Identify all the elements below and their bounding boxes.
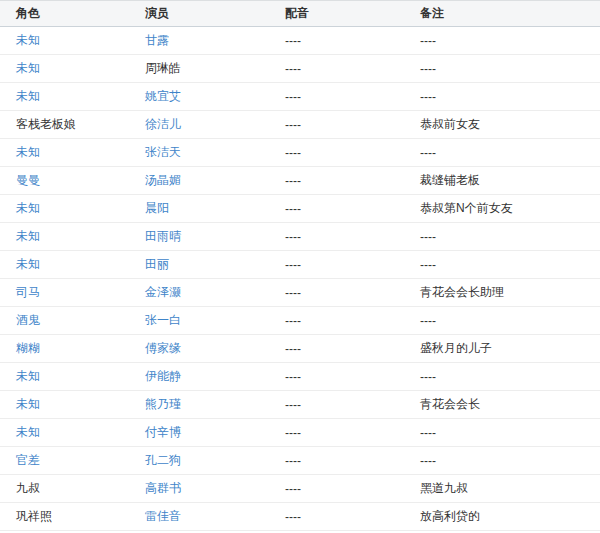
note-cell: ----	[404, 55, 600, 83]
role-link[interactable]: 未知	[16, 257, 40, 271]
dub-cell: ----	[269, 111, 404, 139]
role-cell: 未知	[0, 55, 129, 83]
actor-link[interactable]: 张一白	[145, 313, 181, 327]
role-cell: 官差	[0, 447, 129, 475]
role-link[interactable]: 未知	[16, 145, 40, 159]
role-cell: 未知	[0, 251, 129, 279]
actor-link[interactable]: 田丽	[145, 257, 169, 271]
actor-link[interactable]: 付辛博	[145, 425, 181, 439]
actor-cell: 傅家缘	[129, 335, 269, 363]
dub-text: ----	[285, 314, 301, 328]
actor-link[interactable]: 田雨晴	[145, 229, 181, 243]
table-row: 酒鬼张一白--------	[0, 307, 600, 335]
actor-link[interactable]: 伊能静	[145, 369, 181, 383]
role-link[interactable]: 官差	[16, 453, 40, 467]
column-header-dub: 配音	[269, 1, 404, 27]
actor-link[interactable]: 孔二狗	[145, 453, 181, 467]
dub-text: ----	[285, 118, 301, 132]
role-cell: 曼曼	[0, 167, 129, 195]
column-header-role: 角色	[0, 1, 129, 27]
note-text: ----	[420, 62, 436, 76]
dub-text: ----	[285, 258, 301, 272]
dub-text: ----	[285, 90, 301, 104]
table-row: 未知田雨晴--------	[0, 223, 600, 251]
dub-text: ----	[285, 510, 301, 524]
actor-link[interactable]: 熊乃瑾	[145, 397, 181, 411]
role-link[interactable]: 未知	[16, 89, 40, 103]
table-row: 未知田丽--------	[0, 251, 600, 279]
actor-link[interactable]: 徐洁儿	[145, 117, 181, 131]
note-text: ----	[420, 258, 436, 272]
actor-cell: 熊乃瑾	[129, 391, 269, 419]
dub-cell: ----	[269, 251, 404, 279]
actor-link[interactable]: 雷佳音	[145, 509, 181, 523]
actor-cell: 付辛博	[129, 419, 269, 447]
dub-cell: ----	[269, 27, 404, 55]
role-cell: 未知	[0, 83, 129, 111]
note-cell: ----	[404, 363, 600, 391]
note-cell: ----	[404, 83, 600, 111]
dub-cell: ----	[269, 363, 404, 391]
actor-cell: 张洁天	[129, 139, 269, 167]
dub-text: ----	[285, 426, 301, 440]
role-link[interactable]: 糊糊	[16, 341, 40, 355]
table-row: 官差孔二狗--------	[0, 447, 600, 475]
actor-cell: 甘露	[129, 27, 269, 55]
note-text: ----	[420, 34, 436, 48]
dub-text: ----	[285, 482, 301, 496]
actor-link[interactable]: 张洁天	[145, 145, 181, 159]
role-link[interactable]: 未知	[16, 33, 40, 47]
note-text: ----	[420, 454, 436, 468]
dub-cell: ----	[269, 55, 404, 83]
role-cell: 未知	[0, 363, 129, 391]
note-cell: 恭叔第N个前女友	[404, 195, 600, 223]
role-link[interactable]: 未知	[16, 61, 40, 75]
table-row: 未知张洁天--------	[0, 139, 600, 167]
actor-cell: 汤晶媚	[129, 167, 269, 195]
actor-link[interactable]: 金泽灏	[145, 285, 181, 299]
role-link[interactable]: 未知	[16, 397, 40, 411]
actor-link[interactable]: 晨阳	[145, 201, 169, 215]
actor-text: 周琳皓	[145, 61, 181, 75]
dub-text: ----	[285, 370, 301, 384]
actor-link[interactable]: 汤晶媚	[145, 173, 181, 187]
note-cell: 青花会会长	[404, 391, 600, 419]
dub-cell: ----	[269, 391, 404, 419]
dub-cell: ----	[269, 167, 404, 195]
note-text: ----	[420, 90, 436, 104]
note-cell: 青花会会长助理	[404, 279, 600, 307]
cast-table: 角色演员配音备注 未知甘露--------未知周琳皓--------未知姚宜艾-…	[0, 0, 600, 531]
dub-cell: ----	[269, 447, 404, 475]
role-link[interactable]: 酒鬼	[16, 313, 40, 327]
dub-text: ----	[285, 398, 301, 412]
actor-link[interactable]: 傅家缘	[145, 341, 181, 355]
table-row: 未知伊能静--------	[0, 363, 600, 391]
role-text: 巩祥照	[16, 509, 52, 523]
role-cell: 九叔	[0, 475, 129, 503]
role-link[interactable]: 司马	[16, 285, 40, 299]
actor-link[interactable]: 高群书	[145, 481, 181, 495]
table-row: 未知晨阳----恭叔第N个前女友	[0, 195, 600, 223]
role-link[interactable]: 未知	[16, 229, 40, 243]
table-row: 司马金泽灏----青花会会长助理	[0, 279, 600, 307]
note-cell: ----	[404, 447, 600, 475]
table-row: 九叔高群书----黑道九叔	[0, 475, 600, 503]
role-link[interactable]: 未知	[16, 369, 40, 383]
actor-link[interactable]: 甘露	[145, 33, 169, 47]
table-row: 客栈老板娘徐洁儿----恭叔前女友	[0, 111, 600, 139]
role-cell: 未知	[0, 391, 129, 419]
note-text: ----	[420, 426, 436, 440]
note-text: 恭叔前女友	[420, 117, 480, 131]
note-cell: ----	[404, 27, 600, 55]
dub-text: ----	[285, 174, 301, 188]
role-link[interactable]: 曼曼	[16, 173, 40, 187]
actor-link[interactable]: 姚宜艾	[145, 89, 181, 103]
role-cell: 未知	[0, 419, 129, 447]
column-header-actor: 演员	[129, 1, 269, 27]
role-link[interactable]: 未知	[16, 201, 40, 215]
role-cell: 司马	[0, 279, 129, 307]
role-link[interactable]: 未知	[16, 425, 40, 439]
actor-cell: 田丽	[129, 251, 269, 279]
role-cell: 未知	[0, 139, 129, 167]
actor-cell: 雷佳音	[129, 503, 269, 531]
